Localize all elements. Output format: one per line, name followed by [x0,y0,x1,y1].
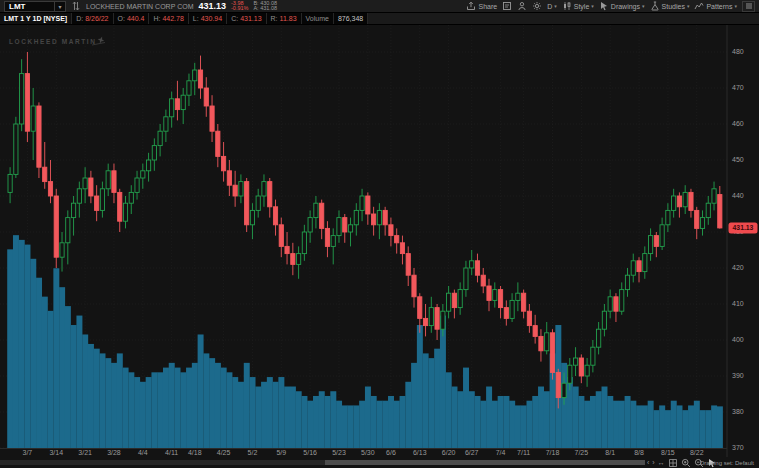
studies-menu[interactable]: Studies▾ [650,1,690,11]
company-name: LOCKHEED MARTIN CORP COM [86,3,193,10]
svg-text:5/2: 5/2 [248,449,258,456]
drawings-menu[interactable]: Drawings▾ [599,1,645,11]
patterns-menu[interactable]: Patterns▾ [694,1,737,11]
zoom-in-icon[interactable] [681,458,691,468]
time-scrollbar[interactable] [0,460,645,465]
svg-text:7/25: 7/25 [575,449,589,456]
svg-text:390: 390 [732,372,744,379]
svg-text:410: 410 [732,300,744,307]
pan-icon[interactable]: ↔ [658,457,665,468]
notes-button[interactable] [502,1,512,11]
menu-button[interactable] [742,1,755,12]
svg-text:370: 370 [732,444,744,451]
svg-text:8/15: 8/15 [661,449,675,456]
svg-text:420: 420 [732,264,744,271]
symbol-dropdown-button[interactable]: ▾ [54,2,65,11]
svg-text:450: 450 [732,156,744,163]
svg-text:431.13: 431.13 [733,224,754,231]
svg-text:4/4: 4/4 [138,449,148,456]
step-right-button[interactable]: › [652,457,654,468]
svg-text:4/11: 4/11 [165,449,178,456]
svg-text:470: 470 [732,84,744,91]
ohlc-low: L:430.94 [189,13,227,24]
ohlc-date: D:8/26/22 [72,13,113,24]
svg-text:6/20: 6/20 [442,449,456,456]
symbol-value[interactable]: LMT [5,2,54,11]
svg-text:3/14: 3/14 [49,449,63,456]
gear-icon [532,1,542,11]
svg-text:4/18: 4/18 [188,449,202,456]
compare-icon[interactable] [71,1,81,11]
ohlc-open: O:440.4 [114,13,150,24]
price-chart[interactable]: LOCKHEED MARTIN4804704604504404304204104… [0,25,759,457]
share-button[interactable]: Share [466,1,497,11]
settings-button[interactable] [532,1,542,11]
svg-text:380: 380 [732,408,744,415]
time-scrollbar-thumb[interactable] [325,460,645,465]
svg-text:400: 400 [732,336,744,343]
note-icon [502,1,512,11]
ohlc-high: H:442.78 [149,13,188,24]
ohlc-info-bar: LMT 1 Y 1D [NYSE] D:8/26/22 O:440.4 H:44… [0,13,759,25]
price-change: -3.98 -0.91% [231,1,248,12]
account-button[interactable] [517,1,527,11]
svg-text:7/4: 7/4 [496,449,506,456]
drawing-set-selector[interactable]: Drawing set: Default [700,457,754,468]
chart-style-icon [562,1,572,11]
svg-text:460: 460 [732,120,744,127]
cursor-icon [599,1,609,11]
hamburger-icon [744,1,754,11]
top-toolbar: LMT ▾ LOCKHEED MARTIN CORP COM 431.13 -3… [0,0,759,13]
svg-text:6/27: 6/27 [465,449,479,456]
volume-value: 876,348 [334,13,368,24]
chart-title[interactable]: LMT 1 Y 1D [NYSE] [0,13,72,24]
symbol-input[interactable]: LMT ▾ [4,1,66,12]
step-left-button[interactable]: ‹ [647,457,649,468]
svg-text:6/13: 6/13 [413,449,427,456]
ohlc-range: R:11.83 [267,13,302,24]
timeframe-selector[interactable]: D▾ [547,3,557,10]
grid-icon[interactable] [668,458,678,468]
svg-text:8/22: 8/22 [690,449,704,456]
svg-text:3/7: 3/7 [23,449,33,456]
svg-text:6/6: 6/6 [386,449,396,456]
svg-text:440: 440 [732,192,744,199]
ohlc-close: C:431.13 [227,13,266,24]
patterns-icon [694,1,704,11]
style-menu[interactable]: Style▾ [562,1,594,11]
svg-text:7/18: 7/18 [546,449,560,456]
person-icon [517,1,527,11]
svg-text:3/21: 3/21 [78,449,92,456]
trading-app-window: LMT ▾ LOCKHEED MARTIN CORP COM 431.13 -3… [0,0,759,468]
svg-text:3/28: 3/28 [107,449,121,456]
svg-text:5/23: 5/23 [332,449,346,456]
svg-text:8/8: 8/8 [634,449,644,456]
bid-ask: B: 430.08 A: 431.08 [253,1,277,12]
share-icon [466,1,476,11]
svg-text:5/30: 5/30 [361,449,375,456]
flask-icon [650,1,660,11]
svg-text:8/1: 8/1 [605,449,615,456]
svg-text:5/9: 5/9 [276,449,286,456]
svg-text:LOCKHEED MARTIN: LOCKHEED MARTIN [9,38,97,45]
svg-text:480: 480 [732,48,744,55]
bottom-bar: ‹ › ↔ Drawing set: Default [0,457,759,468]
last-price: 431.13 [198,1,226,11]
svg-text:5/16: 5/16 [303,449,317,456]
volume-study-label[interactable]: Volume [302,13,334,24]
svg-text:7/11: 7/11 [517,449,530,456]
svg-text:4/25: 4/25 [217,449,231,456]
